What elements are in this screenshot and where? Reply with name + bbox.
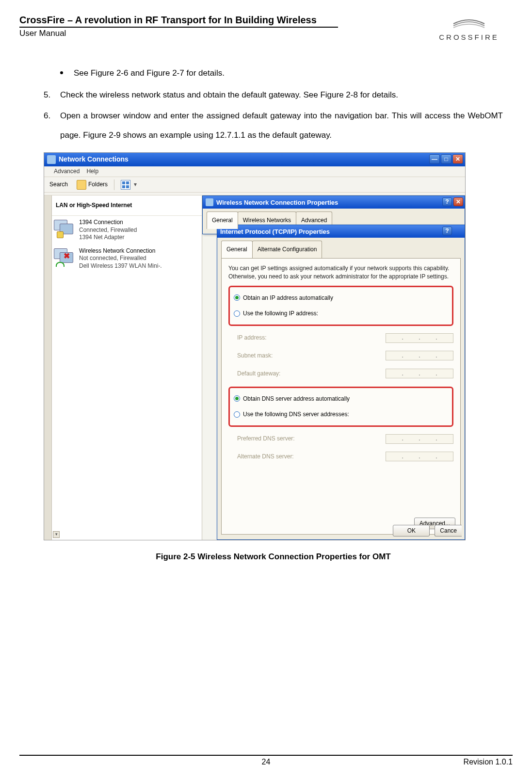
maximize-button[interactable]: □ bbox=[441, 154, 451, 164]
wncp-titlebar: Wireless Network Connection Properties ?… bbox=[203, 196, 465, 209]
radio-selected-icon bbox=[235, 397, 239, 400]
wncp-title: Wireless Network Connection Properties bbox=[216, 195, 338, 210]
network-connections-icon bbox=[47, 155, 56, 164]
view-icon bbox=[121, 180, 130, 190]
close-button[interactable]: ✕ bbox=[453, 197, 463, 206]
close-button[interactable]: ✕ bbox=[452, 154, 463, 164]
tab-alternate-config[interactable]: Alternate Configuration bbox=[252, 241, 322, 258]
tcpip-dialog: Internet Protocol (TCP/IP) Properties ? … bbox=[217, 225, 465, 540]
search-button[interactable]: Search bbox=[46, 179, 71, 191]
tab-general[interactable]: General bbox=[207, 211, 238, 229]
scroll-down-button[interactable]: ▾ bbox=[53, 531, 60, 538]
revision: Revision 1.0.1 bbox=[464, 758, 513, 766]
conn1-line3: 1394 Net Adapter bbox=[79, 234, 200, 242]
logo-text: CROSSFIRE bbox=[425, 33, 513, 41]
folders-button[interactable]: Folders bbox=[73, 179, 111, 191]
radio-ip-auto-label: Obtain an IP address automatically bbox=[243, 291, 333, 305]
gateway-input: ... bbox=[386, 369, 453, 378]
view-button[interactable]: ▾ bbox=[117, 179, 142, 191]
logo: CROSSFIRE bbox=[425, 15, 513, 41]
help-button[interactable]: ? bbox=[442, 197, 452, 206]
tcpip-info: You can get IP settings assigned automat… bbox=[228, 264, 453, 281]
radio-selected-icon bbox=[235, 296, 239, 299]
dns-radio-group-highlight: Obtain DNS server address automatically … bbox=[228, 387, 453, 427]
radio-use-dns[interactable]: Use the following DNS server addresses: bbox=[234, 406, 448, 422]
search-label: Search bbox=[49, 178, 68, 192]
pref-dns-label: Preferred DNS server: bbox=[237, 432, 386, 446]
screenshot: Network Connections — □ ✕ Advanced Help … bbox=[44, 152, 466, 540]
page-number: 24 bbox=[262, 758, 271, 766]
ip-address-label: IP address: bbox=[237, 331, 386, 345]
conn2-line2: Not connected, Firewalled bbox=[79, 255, 200, 262]
connection-icon bbox=[54, 219, 75, 238]
main-title: Network Connections bbox=[59, 152, 129, 168]
folder-icon bbox=[77, 180, 86, 190]
wifi-icon bbox=[56, 262, 64, 267]
menubar: Advanced Help bbox=[44, 166, 465, 177]
conn2-name: Wireless Network Connection bbox=[79, 247, 200, 255]
conn1-name: 1394 Connection bbox=[79, 219, 200, 227]
lock-icon bbox=[57, 231, 64, 238]
ok-button[interactable]: OK bbox=[393, 525, 430, 536]
connection-icon: ✖ bbox=[54, 247, 75, 267]
toolbar-separator bbox=[114, 179, 114, 190]
radio-dns-manual-label: Use the following DNS server addresses: bbox=[243, 407, 349, 422]
main-titlebar: Network Connections — □ ✕ bbox=[44, 153, 465, 166]
conn2-line3: Dell Wireless 1397 WLAN Mini-. bbox=[79, 262, 200, 270]
conn1-line2: Connected, Firewalled bbox=[79, 227, 200, 234]
alt-dns-input: ... bbox=[386, 452, 453, 461]
content: See Figure 2-6 and Figure 2-7 for detail… bbox=[19, 44, 513, 567]
step5-text: Check the wireless network status and ob… bbox=[60, 85, 503, 105]
lan-header: LAN or High-Speed Internet bbox=[52, 195, 202, 216]
bullet-text: See Figure 2-6 and Figure 2-7 for detail… bbox=[74, 64, 225, 83]
left-gutter bbox=[44, 195, 52, 540]
doc-header: CrossFire – A revolution in RF Transport… bbox=[19, 15, 513, 41]
minimize-button[interactable]: — bbox=[429, 154, 440, 164]
connection-item-1394[interactable]: 1394 Connection Connected, Firewalled 13… bbox=[52, 216, 202, 244]
radio-use-ip[interactable]: Use the following IP address: bbox=[234, 306, 448, 322]
subnet-label: Subnet mask: bbox=[237, 349, 386, 363]
radio-obtain-dns-auto[interactable]: Obtain DNS server address automatically bbox=[234, 391, 448, 407]
ip-radio-group-highlight: Obtain an IP address automatically Use t… bbox=[228, 286, 453, 326]
toolbar: Search Folders ▾ bbox=[44, 177, 465, 193]
help-button[interactable]: ? bbox=[442, 227, 452, 235]
pref-dns-input: ... bbox=[386, 434, 453, 444]
subnet-input: ... bbox=[386, 351, 453, 360]
bullet-icon bbox=[60, 71, 63, 74]
wifi-props-icon bbox=[206, 198, 213, 206]
connections-pane: LAN or High-Speed Internet 1394 Connecti… bbox=[52, 195, 202, 540]
chevron-down-icon: ▾ bbox=[132, 182, 138, 188]
alt-dns-label: Alternate DNS server: bbox=[237, 450, 386, 464]
folders-label: Folders bbox=[88, 178, 108, 192]
ip-address-input: ... bbox=[386, 333, 453, 343]
radio-obtain-ip-auto[interactable]: Obtain an IP address automatically bbox=[234, 290, 448, 306]
disconnected-icon: ✖ bbox=[64, 247, 70, 265]
step5-num: 5. bbox=[44, 85, 60, 105]
doc-title: CrossFire – A revolution in RF Transport… bbox=[19, 15, 338, 28]
gateway-label: Default gateway: bbox=[237, 367, 386, 381]
figure-caption: Figure 2-5 Wireless Network Connection P… bbox=[44, 547, 503, 567]
radio-dns-auto-label: Obtain DNS server address automatically bbox=[243, 392, 350, 406]
tcpip-titlebar: Internet Protocol (TCP/IP) Properties ? bbox=[217, 225, 465, 238]
step6-num: 6. bbox=[44, 106, 60, 146]
logo-swirl-icon bbox=[425, 15, 513, 33]
radio-ip-manual-label: Use the following IP address: bbox=[243, 307, 318, 321]
tab-general[interactable]: General bbox=[221, 241, 253, 258]
doc-subtitle: User Manual bbox=[19, 29, 425, 38]
connection-item-wireless[interactable]: ✖ Wireless Network Connection Not connec… bbox=[52, 244, 202, 273]
step6-text: Open a browser window and enter the assi… bbox=[60, 106, 503, 146]
doc-footer: 24 Revision 1.0.1 bbox=[19, 755, 513, 766]
cancel-button[interactable]: Cance bbox=[435, 525, 462, 536]
